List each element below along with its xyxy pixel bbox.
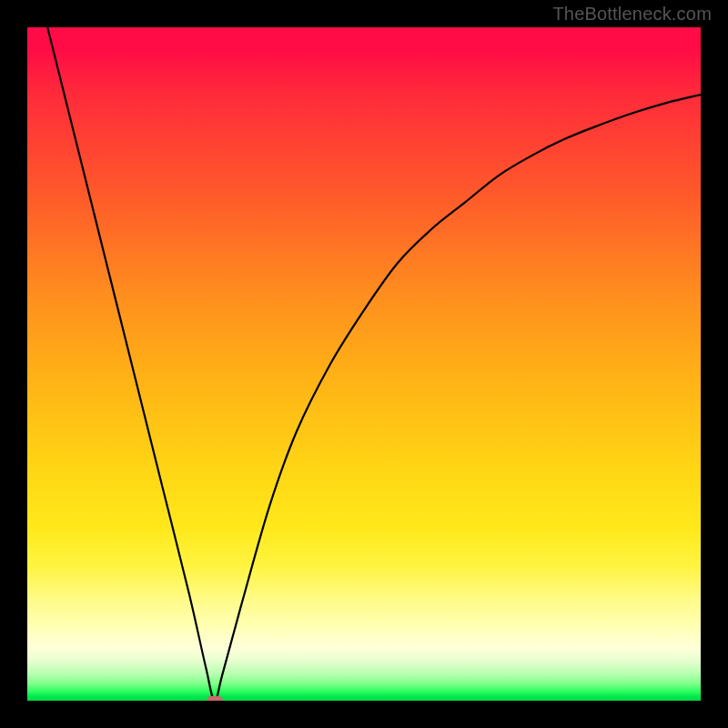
watermark-text: TheBottleneck.com — [552, 4, 712, 25]
minimum-marker — [207, 696, 223, 701]
bottleneck-curve — [27, 27, 701, 701]
chart-frame: TheBottleneck.com — [0, 0, 728, 728]
plot-area — [27, 27, 701, 701]
curve-layer — [27, 27, 701, 701]
